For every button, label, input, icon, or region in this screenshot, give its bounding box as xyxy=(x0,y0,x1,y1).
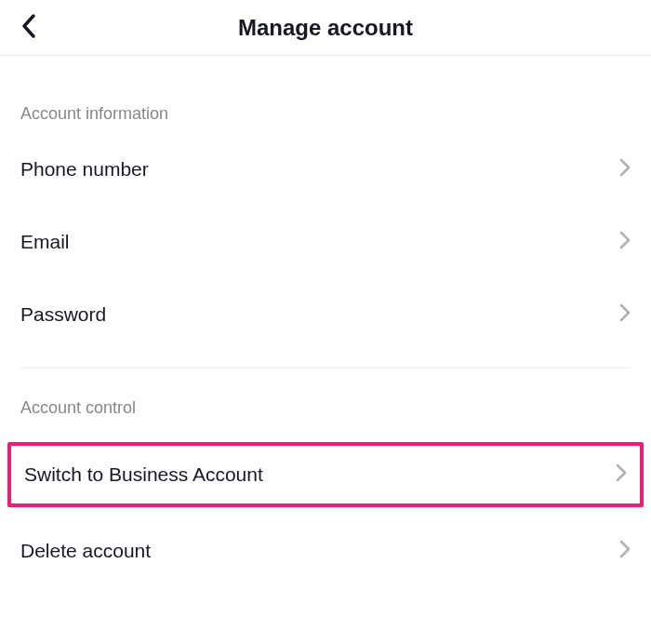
delete-account-label: Delete account xyxy=(20,540,151,562)
password-row[interactable]: Password xyxy=(20,278,631,351)
account-control-section-continued: Delete account xyxy=(0,515,651,587)
account-control-header: Account control xyxy=(20,369,631,427)
password-label: Password xyxy=(20,303,106,326)
delete-account-row[interactable]: Delete account xyxy=(20,515,631,587)
email-row[interactable]: Email xyxy=(20,206,631,278)
chevron-right-icon xyxy=(616,463,627,486)
account-control-section: Account control xyxy=(0,369,651,427)
page-header: Manage account xyxy=(0,0,651,56)
page-title: Manage account xyxy=(19,15,632,41)
highlight-box: Switch to Business Account xyxy=(7,442,644,507)
chevron-right-icon xyxy=(619,231,631,253)
switch-business-account-row[interactable]: Switch to Business Account xyxy=(24,446,627,503)
account-information-section: Account information Phone number Email P… xyxy=(0,56,651,351)
phone-number-label: Phone number xyxy=(20,158,149,181)
chevron-right-icon xyxy=(619,158,631,181)
phone-number-row[interactable]: Phone number xyxy=(20,133,631,206)
back-icon[interactable] xyxy=(20,13,37,43)
email-label: Email xyxy=(20,231,70,253)
chevron-right-icon xyxy=(619,540,631,562)
switch-business-account-label: Switch to Business Account xyxy=(24,463,263,486)
account-information-header: Account information xyxy=(20,56,631,133)
chevron-right-icon xyxy=(619,303,631,326)
